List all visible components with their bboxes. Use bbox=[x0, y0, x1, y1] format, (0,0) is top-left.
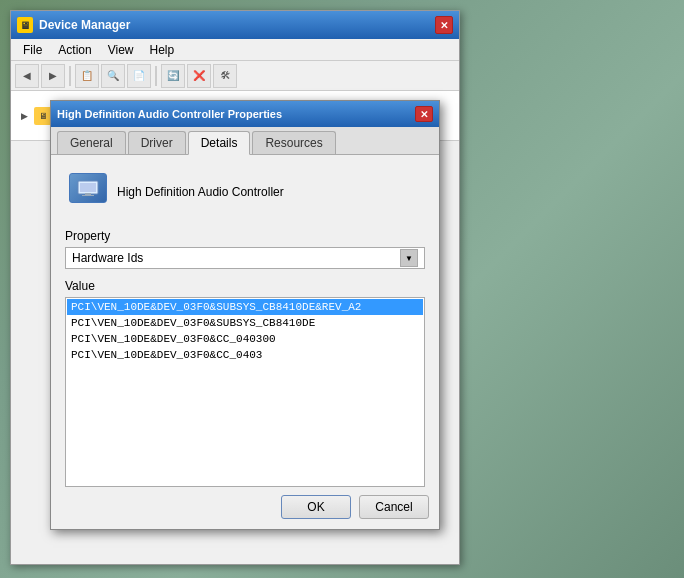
props-tabs: General Driver Details Resources bbox=[51, 127, 439, 155]
toolbar-forward[interactable]: ▶ bbox=[41, 64, 65, 88]
dm-window-title: Device Manager bbox=[39, 18, 435, 32]
dropdown-arrow-icon: ▼ bbox=[400, 249, 418, 267]
props-dialog-title: High Definition Audio Controller Propert… bbox=[57, 108, 415, 120]
dm-toolbar: ◀ ▶ 📋 🔍 📄 🔄 ❌ 🛠 bbox=[11, 61, 459, 91]
ok-button[interactable]: OK bbox=[281, 495, 351, 519]
toolbar-properties[interactable]: 📋 bbox=[75, 64, 99, 88]
menu-view[interactable]: View bbox=[100, 41, 142, 59]
tab-details[interactable]: Details bbox=[188, 131, 251, 155]
props-close-button[interactable]: ✕ bbox=[415, 106, 433, 122]
tab-driver[interactable]: Driver bbox=[128, 131, 186, 154]
list-item[interactable]: PCI\VEN_10DE&DEV_03F0&SUBSYS_CB8410DE bbox=[67, 315, 423, 331]
svg-rect-1 bbox=[80, 183, 96, 192]
toolbar-remove[interactable]: ❌ bbox=[187, 64, 211, 88]
toolbar-refresh[interactable]: 🔄 bbox=[161, 64, 185, 88]
toolbar-doc[interactable]: 📄 bbox=[127, 64, 151, 88]
dm-titlebar: 🖥 Device Manager ✕ bbox=[11, 11, 459, 39]
dm-window-icon: 🖥 bbox=[17, 17, 33, 33]
device-icon-inner bbox=[69, 173, 107, 203]
list-item[interactable]: PCI\VEN_10DE&DEV_03F0&CC_0403 bbox=[67, 347, 423, 363]
property-label: Property bbox=[65, 229, 425, 243]
toolbar-back[interactable]: ◀ bbox=[15, 64, 39, 88]
property-dropdown[interactable]: Hardware Ids ▼ bbox=[65, 247, 425, 269]
dm-close-button[interactable]: ✕ bbox=[435, 16, 453, 34]
svg-rect-2 bbox=[85, 193, 91, 195]
audio-icon bbox=[77, 179, 99, 197]
list-item[interactable]: PCI\VEN_10DE&DEV_03F0&SUBSYS_CB8410DE&RE… bbox=[67, 299, 423, 315]
tree-expand-icon: ▶ bbox=[21, 111, 28, 121]
device-icon bbox=[69, 173, 107, 211]
property-dropdown-text: Hardware Ids bbox=[72, 251, 400, 265]
cancel-button[interactable]: Cancel bbox=[359, 495, 429, 519]
dm-titlebar-buttons: ✕ bbox=[435, 16, 453, 34]
menu-action[interactable]: Action bbox=[50, 41, 99, 59]
value-listbox[interactable]: PCI\VEN_10DE&DEV_03F0&SUBSYS_CB8410DE&RE… bbox=[65, 297, 425, 487]
dm-menubar: File Action View Help bbox=[11, 39, 459, 61]
props-titlebar: High Definition Audio Controller Propert… bbox=[51, 101, 439, 127]
list-item[interactable]: PCI\VEN_10DE&DEV_03F0&CC_040300 bbox=[67, 331, 423, 347]
tab-resources[interactable]: Resources bbox=[252, 131, 335, 154]
tab-general[interactable]: General bbox=[57, 131, 126, 154]
props-dialog: High Definition Audio Controller Propert… bbox=[50, 100, 440, 530]
toolbar-sep-1 bbox=[69, 66, 71, 86]
value-label: Value bbox=[65, 279, 425, 293]
device-header: High Definition Audio Controller bbox=[65, 165, 425, 219]
svg-rect-3 bbox=[82, 195, 94, 196]
toolbar-scan[interactable]: 🔍 bbox=[101, 64, 125, 88]
menu-file[interactable]: File bbox=[15, 41, 50, 59]
props-content: High Definition Audio Controller Propert… bbox=[51, 155, 439, 497]
toolbar-sep-2 bbox=[155, 66, 157, 86]
device-name: High Definition Audio Controller bbox=[117, 185, 284, 199]
toolbar-settings[interactable]: 🛠 bbox=[213, 64, 237, 88]
menu-help[interactable]: Help bbox=[142, 41, 183, 59]
props-dialog-buttons: OK Cancel bbox=[281, 495, 429, 519]
